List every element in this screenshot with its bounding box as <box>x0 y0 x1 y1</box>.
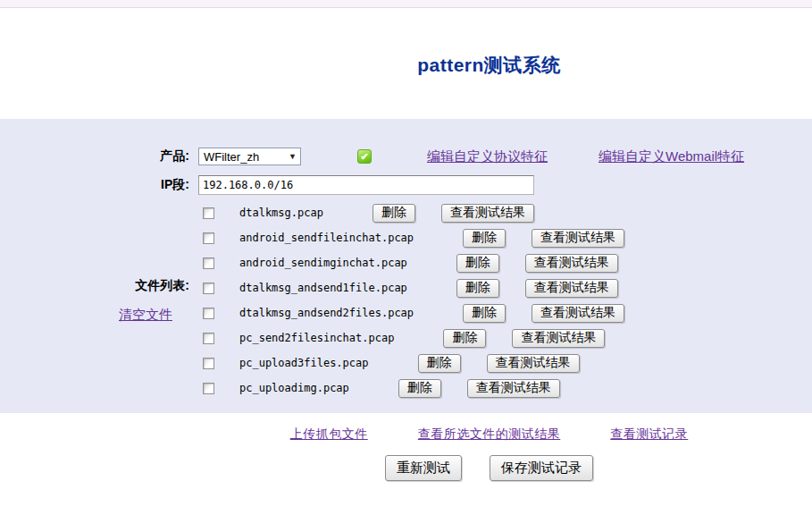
delete-file-button[interactable]: 删除 <box>443 329 486 348</box>
file-name: pc_upload3files.pcap <box>239 357 369 369</box>
delete-file-button[interactable]: 删除 <box>418 354 461 373</box>
delete-file-button[interactable]: 删除 <box>456 279 499 298</box>
product-select-value: WFilter_zh <box>204 150 259 164</box>
file-checkbox[interactable] <box>203 283 214 294</box>
file-row: android_sendfileinchat.pcap 删除 查看测试结果 <box>198 225 624 250</box>
file-list-section: 文件列表: 清空文件 dtalkmsg.pcap 删除 查看测试结果 andro… <box>0 200 812 401</box>
file-row: pc_uploadimg.pcap 删除 查看测试结果 <box>198 376 624 401</box>
view-selected-results-link[interactable]: 查看所选文件的测试结果 <box>418 426 561 443</box>
file-row: dtalkmsg_andsend2files.pcap 删除 查看测试结果 <box>198 300 624 325</box>
ip-range-input[interactable] <box>198 175 534 195</box>
file-row: pc_upload3files.pcap 删除 查看测试结果 <box>198 350 624 376</box>
view-result-button[interactable]: 查看测试结果 <box>487 354 580 373</box>
view-result-button[interactable]: 查看测试结果 <box>441 204 534 223</box>
file-checkbox[interactable] <box>203 383 214 394</box>
file-name: pc_send2filesinchat.pcap <box>239 332 394 344</box>
delete-file-button[interactable]: 删除 <box>456 254 499 273</box>
file-name: android_sendfileinchat.pcap <box>239 232 414 244</box>
delete-file-button[interactable]: 删除 <box>463 229 506 248</box>
file-list-label: 文件列表: <box>135 278 189 294</box>
product-label: 产品: <box>160 148 189 165</box>
file-checkbox[interactable] <box>203 308 214 319</box>
delete-file-button[interactable]: 删除 <box>373 204 415 223</box>
ip-row: IP段: <box>0 175 812 195</box>
file-row: pc_send2filesinchat.pcap 删除 查看测试结果 <box>198 325 624 350</box>
product-select[interactable]: WFilter_zh ▼ <box>198 148 301 165</box>
page-header: pattern测试系统 <box>0 8 812 119</box>
view-result-button[interactable]: 查看测试结果 <box>532 304 624 323</box>
test-form-panel: 产品: WFilter_zh ▼ ✔ 编辑自定义协议特征 编辑自定义Webmai… <box>0 119 812 413</box>
file-name: dtalkmsg_andsend1file.pcap <box>239 282 407 294</box>
edit-webmail-link[interactable]: 编辑自定义Webmail特征 <box>599 148 744 165</box>
file-name: dtalkmsg.pcap <box>239 207 323 219</box>
view-result-button[interactable]: 查看测试结果 <box>525 254 618 273</box>
view-result-button[interactable]: 查看测试结果 <box>532 229 624 248</box>
file-checkbox[interactable] <box>203 333 214 344</box>
file-checkbox[interactable] <box>203 258 214 269</box>
delete-file-button[interactable]: 删除 <box>463 304 506 323</box>
file-row: dtalkmsg_andsend1file.pcap 删除 查看测试结果 <box>198 275 624 300</box>
view-result-button[interactable]: 查看测试结果 <box>467 379 560 398</box>
footer-buttons: 重新测试 保存测试记录 <box>166 455 812 481</box>
file-name: dtalkmsg_andsend2files.pcap <box>239 307 414 319</box>
upload-pcap-link[interactable]: 上传抓包文件 <box>290 426 368 443</box>
product-row: 产品: WFilter_zh ▼ ✔ 编辑自定义协议特征 编辑自定义Webmai… <box>0 147 812 166</box>
file-checkbox[interactable] <box>203 232 214 244</box>
file-row: dtalkmsg.pcap 删除 查看测试结果 <box>198 200 624 225</box>
footer-links: 上传抓包文件 查看所选文件的测试结果 查看测试记录 <box>166 426 812 443</box>
file-checkbox[interactable] <box>203 207 214 219</box>
view-result-button[interactable]: 查看测试结果 <box>525 279 618 298</box>
file-checkbox[interactable] <box>203 358 214 369</box>
clear-files-link[interactable]: 清空文件 <box>119 307 189 324</box>
save-record-button[interactable]: 保存测试记录 <box>490 455 593 481</box>
chevron-down-icon: ▼ <box>289 153 297 161</box>
file-list: dtalkmsg.pcap 删除 查看测试结果 android_sendfile… <box>198 200 624 401</box>
ip-label: IP段: <box>161 177 189 193</box>
file-name: android_sendimginchat.pcap <box>239 257 407 269</box>
file-name: pc_uploadimg.pcap <box>239 382 349 394</box>
status-green-check-icon: ✔ <box>357 149 372 164</box>
top-bar <box>0 0 812 8</box>
edit-protocol-link[interactable]: 编辑自定义协议特征 <box>427 148 548 165</box>
file-row: android_sendimginchat.pcap 删除 查看测试结果 <box>198 250 624 275</box>
view-test-records-link[interactable]: 查看测试记录 <box>610 426 688 443</box>
page-title: pattern测试系统 <box>166 53 812 78</box>
view-result-button[interactable]: 查看测试结果 <box>512 329 605 348</box>
retest-button[interactable]: 重新测试 <box>385 455 462 481</box>
delete-file-button[interactable]: 删除 <box>398 379 441 398</box>
